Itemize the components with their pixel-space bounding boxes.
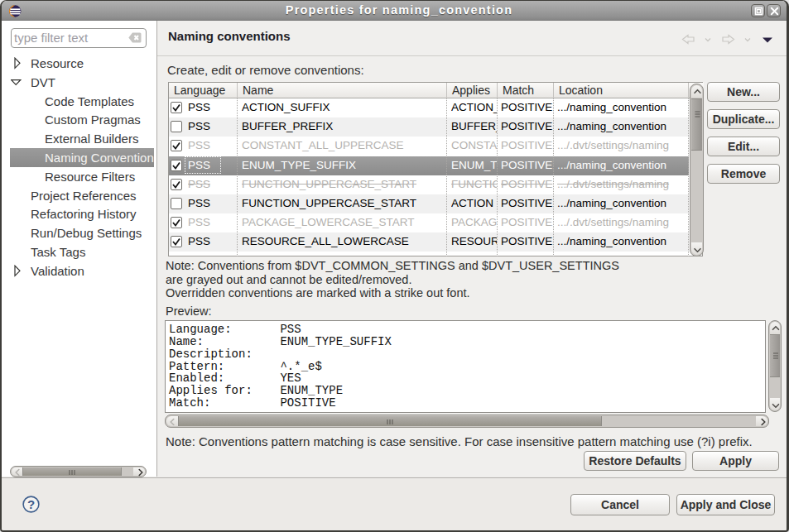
svg-text:?: ? — [27, 497, 35, 511]
